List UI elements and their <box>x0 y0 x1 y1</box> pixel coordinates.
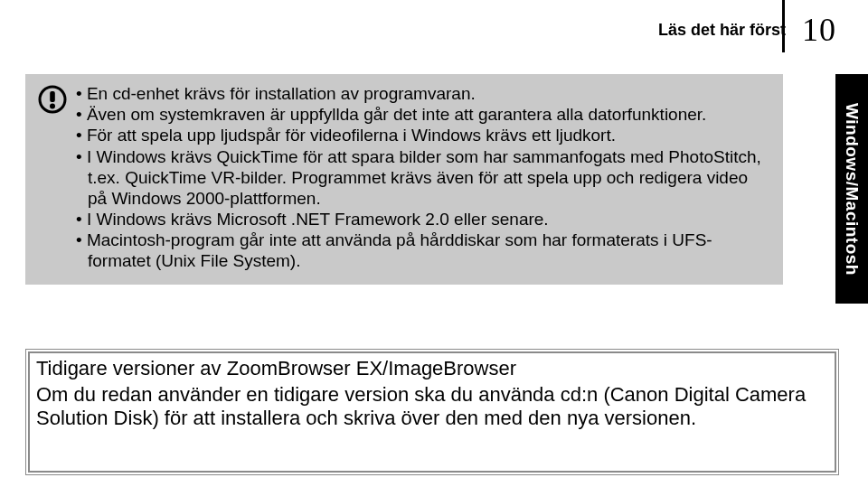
info-box-title: Tidigare versioner av ZoomBrowser EX/Ima… <box>36 356 832 381</box>
list-item: • I Windows krävs Microsoft .NET Framewo… <box>76 209 770 229</box>
page-number: 10 <box>802 11 836 49</box>
list-item-text: En cd-enhet krävs för installation av pr… <box>87 84 476 103</box>
list-item-text: I Windows krävs Microsoft .NET Framework… <box>87 210 549 229</box>
list-item-text: För att spela upp ljudspår för videofile… <box>87 126 616 145</box>
svg-point-2 <box>50 104 55 109</box>
info-box: Tidigare versioner av ZoomBrowser EX/Ima… <box>36 356 832 431</box>
section-title: Läs det här först <box>658 21 786 40</box>
list-item: • Macintosh-program går inte att använda… <box>76 229 770 271</box>
warning-box: • En cd-enhet krävs för installation av … <box>25 74 783 285</box>
list-item: • För att spela upp ljudspår för videofi… <box>76 125 770 145</box>
svg-rect-1 <box>50 91 55 102</box>
warning-list: • En cd-enhet krävs för installation av … <box>76 83 770 272</box>
list-item: • I Windows krävs QuickTime för att spar… <box>76 146 770 210</box>
list-item-text: Macintosh-program går inte att använda p… <box>87 230 712 270</box>
page-header: Läs det här först 10 <box>658 11 836 49</box>
side-tab: Windows/Macintosh <box>835 74 868 304</box>
list-item-text: Även om systemkraven är uppfyllda går de… <box>87 105 706 124</box>
info-box-body: Om du redan använder en tidigare version… <box>36 383 832 432</box>
list-item-text: I Windows krävs QuickTime för att spara … <box>87 147 761 208</box>
list-item: • En cd-enhet krävs för installation av … <box>76 83 770 104</box>
exclamation-icon <box>38 85 67 114</box>
list-item: • Även om systemkraven är uppfyllda går … <box>76 104 770 125</box>
side-tab-label: Windows/Macintosh <box>842 103 862 276</box>
